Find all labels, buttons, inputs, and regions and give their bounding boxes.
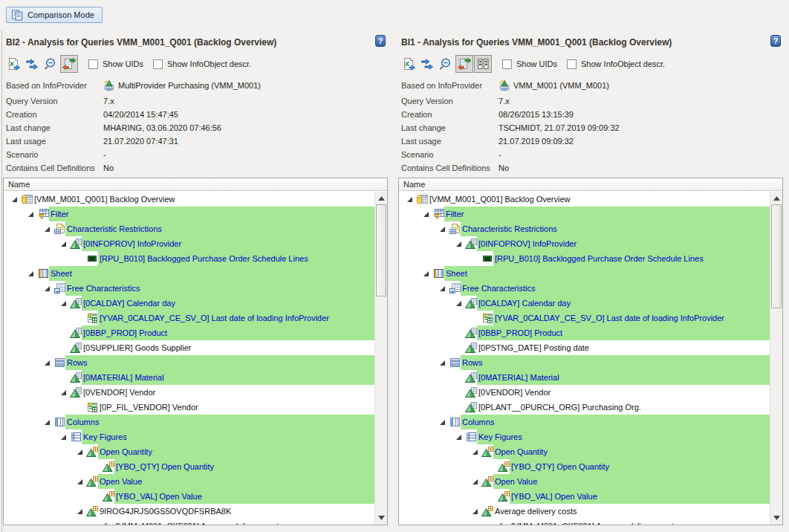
- expander-icon[interactable]: [452, 429, 464, 444]
- help-icon[interactable]: ?: [375, 35, 386, 47]
- tree-row[interactable]: Average delivery costs: [399, 504, 770, 519]
- expander-icon[interactable]: [25, 266, 36, 281]
- scroll-down-button[interactable]: [770, 512, 782, 524]
- expander-icon[interactable]: [57, 236, 69, 251]
- comparison-mode-button[interactable]: Comparison Mode: [6, 7, 103, 23]
- tree-row[interactable]: Free Characteristics: [4, 281, 374, 296]
- scroll-thumb[interactable]: [376, 204, 386, 296]
- compare-button[interactable]: [455, 55, 473, 73]
- expander-icon[interactable]: [436, 221, 448, 236]
- tree-row[interactable]: [RPU_B010] Backlogged Purchase Order Sch…: [399, 251, 770, 266]
- expander-icon[interactable]: [74, 504, 85, 519]
- expander-icon[interactable]: [74, 474, 85, 489]
- tree-row[interactable]: [0MATERIAL] Material: [399, 370, 770, 385]
- split-view-button[interactable]: [474, 55, 492, 73]
- tree-row[interactable]: Characteristic Restrictions: [4, 221, 374, 236]
- expander-icon[interactable]: [452, 236, 464, 251]
- tree-row[interactable]: [0CALDAY] Calendar day: [399, 296, 770, 311]
- tree-row[interactable]: [0INFOPROV] InfoProvider: [399, 236, 770, 251]
- tree-indent: [399, 519, 485, 525]
- tree-row[interactable]: Rows: [4, 355, 374, 370]
- expander-icon[interactable]: [485, 519, 497, 525]
- tree-row[interactable]: [YVAR_0CALDAY_CE_SV_O] Last date of load…: [399, 311, 770, 325]
- tree-row[interactable]: Free Characteristics: [399, 281, 770, 296]
- zoom-out-button[interactable]: [42, 55, 59, 73]
- expander-icon[interactable]: [436, 281, 448, 296]
- expander-icon[interactable]: [41, 355, 53, 370]
- tree-row[interactable]: 9IROG4JRJS0GS5OVQDFSRBA8K: [4, 504, 374, 519]
- tree-row[interactable]: [0INFOPROV] InfoProvider: [4, 236, 374, 251]
- tree-row[interactable]: [0MATERIAL] Material: [4, 370, 374, 385]
- tree-row[interactable]: [0PLANT__0PURCH_ORG] Purchasing Org.: [399, 400, 770, 415]
- tree-row[interactable]: [VMM_M001_Q001] Backlog Overview: [4, 192, 374, 207]
- expander-icon[interactable]: [57, 385, 69, 400]
- expander-icon[interactable]: [90, 519, 102, 525]
- expander-icon[interactable]: [469, 474, 481, 489]
- scroll-up-button[interactable]: [375, 192, 387, 204]
- tree-row[interactable]: [YBO_VAL] Open Value: [4, 489, 374, 504]
- show-infoobject-descr-checkbox[interactable]: [153, 59, 163, 69]
- tree-row[interactable]: [RPU_B010] Backlogged Purchase Order Sch…: [4, 251, 374, 266]
- tree-row[interactable]: Filter: [399, 207, 770, 221]
- expander-icon[interactable]: [469, 504, 481, 519]
- tree-row[interactable]: Rows: [399, 355, 770, 370]
- export-excel-button[interactable]: X: [400, 55, 418, 73]
- compare-button[interactable]: [60, 55, 78, 73]
- export-excel-button[interactable]: X: [4, 55, 22, 73]
- expander-icon[interactable]: [436, 355, 448, 370]
- expander-icon[interactable]: [74, 444, 85, 459]
- scroll-down-button[interactable]: [375, 512, 387, 524]
- tree-row[interactable]: Columns: [4, 415, 374, 429]
- expander-icon[interactable]: [403, 192, 415, 207]
- tree-row[interactable]: Key Figures: [4, 429, 374, 444]
- tree-row[interactable]: Open Quantity: [4, 444, 374, 459]
- tree-row[interactable]: [0VENDOR] Vendor: [4, 385, 374, 400]
- tree-row[interactable]: [0CALDAY] Calendar day: [4, 296, 374, 311]
- tree-row[interactable]: f[VMM_M001_CKF001] Average delivery cost…: [399, 519, 770, 525]
- tree-row[interactable]: Characteristic Restrictions: [399, 221, 770, 236]
- transfer-button[interactable]: [418, 55, 436, 73]
- expander-icon[interactable]: [41, 415, 53, 429]
- tree-row[interactable]: Key Figures: [399, 429, 770, 444]
- expander-icon[interactable]: [420, 207, 432, 221]
- tree-row[interactable]: Columns: [399, 415, 770, 429]
- tree-row[interactable]: [YVAR_0CALDAY_CE_SV_O] Last date of load…: [4, 311, 374, 325]
- tree-row[interactable]: Sheet: [399, 266, 770, 281]
- tree-row[interactable]: f[VMM_M001_CKF001] Average delivery cost…: [4, 519, 374, 525]
- expander-icon[interactable]: [57, 429, 69, 444]
- show-uids-checkbox[interactable]: [502, 59, 512, 69]
- tree-row[interactable]: Open Quantity: [399, 444, 770, 459]
- expander-icon[interactable]: [41, 281, 53, 296]
- tree-row[interactable]: [VMM_M001_Q001] Backlog Overview: [399, 192, 770, 207]
- tree-row[interactable]: [0VENDOR] Vendor: [399, 385, 770, 400]
- tree-row[interactable]: [YBO_QTY] Open Quantity: [4, 459, 374, 474]
- tree-row[interactable]: Sheet: [4, 266, 374, 281]
- expander-icon[interactable]: [452, 296, 464, 311]
- tree-row[interactable]: [0SUPPLIER] Goods Supplier: [4, 340, 374, 355]
- transfer-button[interactable]: [23, 55, 41, 73]
- expander-icon[interactable]: [57, 296, 69, 311]
- help-icon[interactable]: ?: [770, 35, 781, 47]
- expander-icon[interactable]: [8, 192, 20, 207]
- scroll-thumb[interactable]: [771, 204, 782, 308]
- scroll-up-button[interactable]: [770, 192, 782, 204]
- expander-icon[interactable]: [436, 415, 448, 429]
- tree-row[interactable]: Filter: [4, 207, 374, 221]
- tree-row[interactable]: Open Value: [4, 474, 374, 489]
- zoom-out-button[interactable]: [437, 55, 455, 73]
- expander-icon[interactable]: [25, 207, 36, 221]
- tree-row[interactable]: [0BBP_PROD] Product: [399, 325, 770, 340]
- expander-icon[interactable]: [41, 221, 53, 236]
- vertical-scrollbar[interactable]: [770, 192, 782, 525]
- tree-row[interactable]: [0BBP_PROD] Product: [4, 325, 374, 340]
- expander-icon[interactable]: [420, 266, 432, 281]
- vertical-scrollbar[interactable]: [374, 192, 387, 525]
- tree-row[interactable]: [0PSTNG_DATE] Posting date: [399, 340, 770, 355]
- tree-row[interactable]: Open Value: [399, 474, 770, 489]
- expander-icon[interactable]: [469, 444, 481, 459]
- tree-row[interactable]: [YBO_VAL] Open Value: [399, 489, 770, 504]
- show-infoobject-descr-checkbox[interactable]: [567, 59, 577, 69]
- show-uids-checkbox[interactable]: [88, 59, 98, 69]
- tree-row[interactable]: [YBO_QTY] Open Quantity: [399, 459, 770, 474]
- tree-row[interactable]: [0P_FIL_VENDOR] Vendor: [4, 400, 374, 415]
